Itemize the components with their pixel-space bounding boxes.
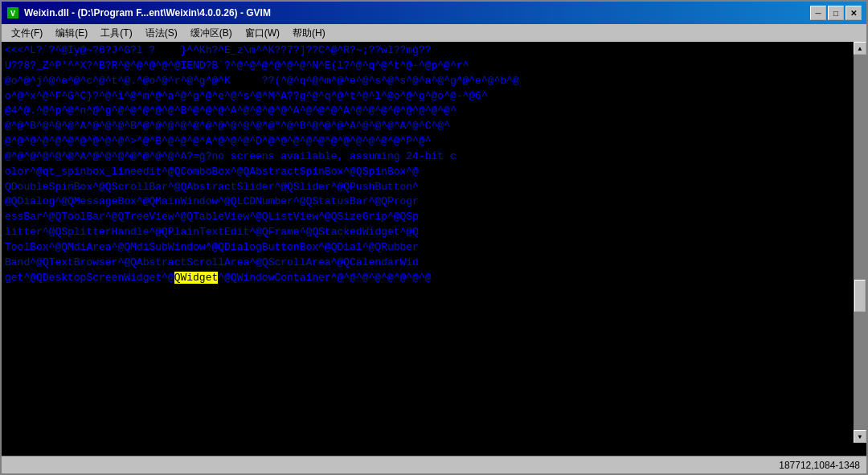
menu-help[interactable]: 帮助(H) bbox=[286, 25, 332, 42]
menu-file[interactable]: 文件(F) bbox=[5, 25, 49, 42]
close-button[interactable]: ✕ bbox=[845, 6, 862, 20]
svg-text:V: V bbox=[10, 10, 15, 18]
maximize-button[interactable]: □ bbox=[828, 6, 844, 20]
highlighted-word: QWidget bbox=[174, 272, 219, 284]
scrollbar-track[interactable] bbox=[854, 55, 866, 430]
app-icon: V bbox=[6, 6, 19, 19]
text-wrapper: <<<^L?`?^@Iy@~?6?J^G?l ? }^^Kh?^E_z\m^^K… bbox=[2, 42, 866, 456]
content-area[interactable]: <<<^L?`?^@Iy@~?6?J^G?l ? }^^Kh?^E_z\m^^K… bbox=[2, 42, 866, 456]
menu-buffer[interactable]: 缓冲区(B) bbox=[184, 25, 239, 42]
menu-edit[interactable]: 编辑(E) bbox=[49, 25, 94, 42]
title-bar: V Weixin.dll - (D:\Program F...ent\Weixi… bbox=[2, 2, 866, 24]
scrollbar-vertical[interactable]: ▲ ▼ bbox=[854, 42, 866, 443]
title-controls: ─ □ ✕ bbox=[810, 6, 862, 20]
menu-syntax[interactable]: 语法(S) bbox=[139, 25, 184, 42]
text-content[interactable]: <<<^L?`?^@Iy@~?6?J^G?l ? }^^Kh?^E_z\m^^K… bbox=[2, 42, 852, 288]
main-window: V Weixin.dll - (D:\Program F...ent\Weixi… bbox=[0, 0, 868, 475]
scrollbar-thumb[interactable] bbox=[854, 280, 866, 312]
cursor-position: 187712,1084-1348 bbox=[779, 460, 860, 471]
minimize-button[interactable]: ─ bbox=[810, 6, 826, 20]
title-bar-left: V Weixin.dll - (D:\Program F...ent\Weixi… bbox=[6, 6, 271, 19]
status-bar: 187712,1084-1348 bbox=[2, 456, 866, 473]
scroll-up-button[interactable]: ▲ bbox=[854, 42, 866, 55]
menu-bar: 文件(F) 编辑(E) 工具(T) 语法(S) 缓冲区(B) 窗口(W) 帮助(… bbox=[2, 24, 866, 42]
window-title: Weixin.dll - (D:\Program F...ent\Weixin\… bbox=[24, 7, 271, 18]
scroll-down-button[interactable]: ▼ bbox=[854, 430, 866, 443]
menu-tools[interactable]: 工具(T) bbox=[94, 25, 138, 42]
menu-window[interactable]: 窗口(W) bbox=[239, 25, 286, 42]
